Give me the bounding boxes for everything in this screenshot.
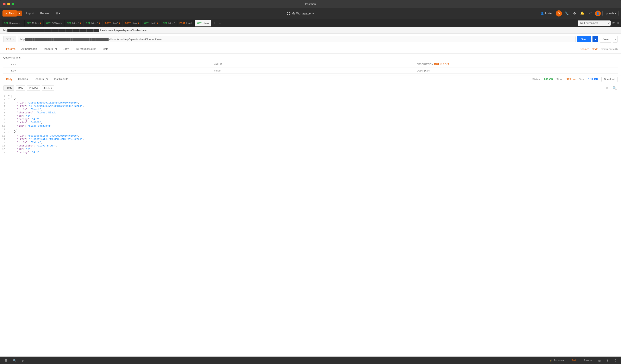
code-link[interactable]: Code: [592, 48, 598, 51]
tab-4[interactable]: GET https:/: [84, 20, 103, 26]
sidebar-toggle-button[interactable]: ☰: [3, 358, 8, 363]
tab-1[interactable]: GET Mobile: [24, 20, 44, 26]
tab-label-2: COS Auth: [52, 22, 62, 24]
close-button[interactable]: [3, 3, 6, 5]
import-button[interactable]: Import: [24, 11, 36, 16]
build-tools-button[interactable]: ⊞ ▾: [53, 11, 63, 16]
comments-link[interactable]: Comments (0): [601, 48, 618, 51]
url-input[interactable]: [18, 36, 576, 42]
res-body-icons: ⧉ 🔍: [604, 85, 618, 91]
toolbar: ＋ New ▾ Import Runner ⊞ ▾ My Workspace ▾…: [0, 8, 621, 19]
main-content: http████████████████████████████████████…: [0, 27, 621, 357]
param-value-input-empty[interactable]: [214, 69, 413, 72]
bell-icon[interactable]: 🔔: [579, 10, 586, 17]
res-tab-headers[interactable]: Headers (7): [31, 75, 51, 83]
raw-button[interactable]: Raw: [16, 85, 25, 91]
tab-10[interactable]: GET https:/: [195, 20, 211, 26]
params-more-icon[interactable]: ···: [17, 62, 20, 66]
pretty-button[interactable]: Pretty: [3, 85, 14, 91]
tab-7[interactable]: GET http://: [142, 20, 160, 26]
json-line-3: 3 "_id": "1c8cc4ad5ce9a1823434ebf9004e25…: [0, 101, 621, 104]
param-key-input-empty[interactable]: [11, 69, 210, 72]
tab-3[interactable]: GET https:/: [65, 20, 83, 26]
status-value: 200 OK: [544, 78, 553, 81]
tab-2[interactable]: GET COS Auth: [44, 20, 64, 26]
sync-icon[interactable]: ↻: [556, 10, 562, 17]
save-button[interactable]: Save: [600, 36, 611, 43]
params-table: KEY ··· VALUE DESCRIPTION Bulk Edit: [3, 61, 618, 73]
more-tabs-button[interactable]: ···: [217, 21, 222, 25]
upgrade-button[interactable]: Upgrade ▾: [603, 11, 619, 16]
wrench-icon[interactable]: 🔧: [564, 10, 570, 17]
minimize-button[interactable]: [7, 3, 10, 5]
search-bottom-icon[interactable]: 🔍: [12, 358, 18, 363]
res-body-toolbar: Pretty Raw Preview JSON ▾ ☰ ⧉ 🔍: [0, 83, 621, 93]
cookies-link[interactable]: Cookies: [580, 48, 589, 51]
tab-0[interactable]: GET Recomme...: [2, 20, 24, 26]
new-button[interactable]: ＋ New: [2, 10, 17, 17]
desc-col-header: DESCRIPTION Bulk Edit: [415, 61, 618, 68]
tab-params[interactable]: Params: [3, 45, 18, 53]
param-desc-cell-empty[interactable]: [415, 68, 618, 73]
bulk-edit-button[interactable]: Bulk Edit: [434, 63, 449, 66]
tab-9[interactable]: POST localh: [177, 20, 195, 26]
bootcamp-button[interactable]: 🎓 Bootcamp: [548, 358, 567, 363]
checkbox-col-header: [3, 61, 10, 68]
status-label: Status:: [532, 78, 541, 81]
tab-dot-3: [80, 22, 81, 24]
tab-6[interactable]: POST https: [123, 20, 141, 26]
terminal-icon[interactable]: ▷: [21, 358, 26, 363]
param-key-cell-empty[interactable]: [10, 68, 212, 73]
res-tab-cookies[interactable]: Cookies: [15, 75, 31, 83]
bootcamp-label: Bootcamp: [554, 359, 565, 362]
param-desc-input-empty[interactable]: [417, 69, 616, 72]
env-settings-icon[interactable]: ⚙: [617, 21, 619, 25]
param-value-cell-empty[interactable]: [212, 68, 415, 73]
runner-button[interactable]: Runner: [38, 11, 52, 16]
param-row-empty: [3, 68, 618, 73]
invite-button[interactable]: 👤 Invite: [538, 11, 554, 16]
json-format-select[interactable]: JSON ▾: [42, 85, 54, 91]
share-icon[interactable]: ⬆: [605, 358, 610, 363]
res-tab-body[interactable]: Body: [3, 75, 15, 83]
tab-method-9: POST: [180, 22, 185, 24]
search-icon[interactable]: 🔍: [611, 85, 618, 91]
add-tab-button[interactable]: +: [211, 20, 217, 26]
send-dropdown-button[interactable]: ▾: [592, 36, 598, 42]
send-button[interactable]: Send: [577, 36, 591, 42]
tab-authorization[interactable]: Authorization: [18, 45, 40, 53]
copy-icon[interactable]: ⧉: [604, 85, 610, 91]
help-icon[interactable]: ?: [614, 358, 618, 363]
tab-headers[interactable]: Headers (7): [40, 45, 60, 53]
preview-button[interactable]: Preview: [27, 85, 40, 91]
browse-button[interactable]: Browse: [582, 358, 594, 363]
tab-tests[interactable]: Tests: [99, 45, 111, 53]
avatar[interactable]: 👤: [595, 11, 601, 16]
res-tab-test-results[interactable]: Test Results: [51, 75, 71, 83]
settings-icon[interactable]: ⚙: [571, 10, 578, 17]
environment-select[interactable]: No Environment: [578, 20, 611, 26]
save-dropdown-button[interactable]: ▾: [613, 36, 618, 43]
json-line-7: 7 "id": "1",: [0, 114, 621, 118]
maximize-button[interactable]: [12, 3, 14, 5]
json-chevron: ▾: [51, 87, 52, 89]
env-area: No Environment 👁 ⚙: [578, 20, 619, 26]
indent-icon[interactable]: ☰: [57, 86, 59, 90]
tab-label-10: https:/: [203, 22, 209, 24]
method-select[interactable]: GET ▾: [3, 36, 16, 42]
build-button[interactable]: Build: [570, 358, 579, 363]
workspace-button[interactable]: My Workspace ▾: [287, 12, 314, 15]
tab-5[interactable]: POST http://: [103, 20, 122, 26]
res-status-bar: Status: 200 OK Time: 975 ms Size: 1.17 K…: [532, 77, 618, 82]
tab-body[interactable]: Body: [60, 45, 72, 53]
layout-icon[interactable]: ⊡: [597, 358, 602, 363]
env-eye-icon[interactable]: 👁: [612, 21, 615, 25]
tab-method-0: GET: [4, 22, 8, 24]
heart-icon[interactable]: ♡: [587, 10, 593, 17]
tab-8[interactable]: GET https:/: [160, 20, 177, 26]
tab-dot-6: [138, 22, 139, 24]
method-chevron: ▾: [12, 38, 14, 41]
tab-pre-request[interactable]: Pre-request Script: [72, 45, 99, 53]
new-dropdown-button[interactable]: ▾: [17, 11, 22, 16]
download-button[interactable]: Download: [601, 77, 618, 82]
